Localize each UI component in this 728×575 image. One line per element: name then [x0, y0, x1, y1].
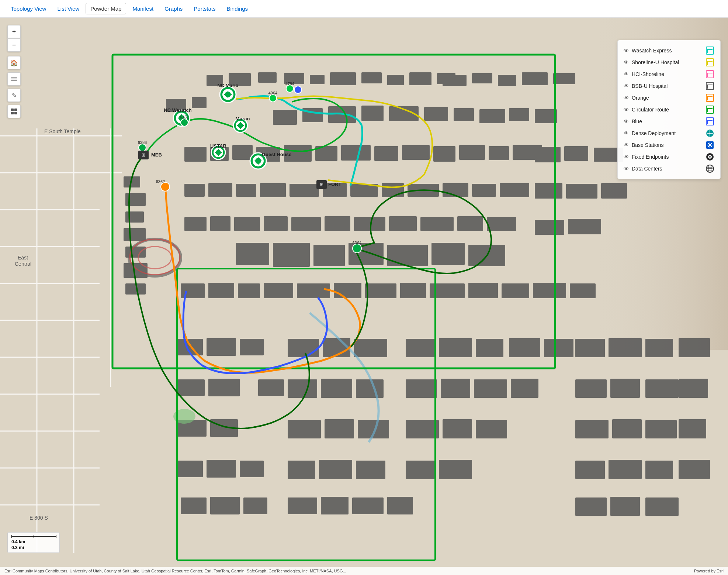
- legend-eye-dense[interactable]: 👁: [624, 130, 629, 136]
- map-controls: + − 🏠 ✎: [7, 25, 21, 118]
- legend-label-wasatch: Wasatch Express: [632, 48, 672, 54]
- legend-icon-bsb: [706, 82, 714, 90]
- legend-label-dense: Dense Deployment: [632, 130, 676, 136]
- legend-label-bsb: BSB-U Hospital: [632, 83, 668, 89]
- legend-eye-orange[interactable]: 👁: [624, 95, 629, 101]
- legend-item-orange: 👁 Orange: [624, 92, 714, 104]
- svg-rect-239: [11, 109, 14, 111]
- svg-rect-236: [11, 77, 17, 78]
- legend-eye-blue[interactable]: 👁: [624, 118, 629, 124]
- legend: 👁 Wasatch Express 👁 Shoreline-U Hospital: [617, 40, 721, 179]
- legend-eye-hci[interactable]: 👁: [624, 71, 629, 77]
- legend-icon-dense: [706, 129, 714, 138]
- zoom-in-button[interactable]: +: [7, 25, 21, 38]
- tab-graphs[interactable]: Graphs: [160, 3, 187, 14]
- legend-item-dense-deployment: 👁 Dense Deployment: [624, 127, 714, 139]
- legend-eye-bsb[interactable]: 👁: [624, 83, 629, 89]
- legend-item-base-stations: 👁 Base Stations: [624, 139, 714, 151]
- legend-icon-orange: [706, 93, 714, 102]
- legend-item-wasatch-express: 👁 Wasatch Express: [624, 45, 714, 56]
- svg-point-260: [709, 156, 711, 158]
- legend-label-base: Base Stations: [632, 142, 663, 148]
- legend-icon-blue: [706, 117, 714, 126]
- tab-bindings[interactable]: Bindings: [222, 3, 253, 14]
- home-button[interactable]: 🏠: [7, 56, 21, 69]
- legend-label-circulator: Circulator Route: [632, 107, 669, 113]
- zoom-controls: + −: [7, 25, 21, 52]
- legend-label-orange: Orange: [632, 95, 649, 101]
- powered-by-esri: Powered by Esri: [694, 569, 724, 573]
- legend-icon-shoreline: [706, 58, 714, 67]
- info-button[interactable]: [7, 105, 21, 118]
- legend-label-hci: HCI-Shoreline: [632, 71, 664, 77]
- legend-item-hci: 👁 HCI-Shoreline: [624, 68, 714, 80]
- svg-rect-238: [11, 80, 17, 81]
- legend-item-circulator: 👁 Circulator Route: [624, 104, 714, 116]
- legend-icon-hci: [706, 70, 714, 79]
- legend-eye-shoreline[interactable]: 👁: [624, 59, 629, 65]
- scale-mi: 0.3 mi: [11, 545, 56, 550]
- legend-icon-fixed: [706, 152, 714, 161]
- scale-bar: 0.4 km 0.3 mi: [7, 532, 60, 553]
- legend-eye-circulator[interactable]: 👁: [624, 107, 629, 113]
- edit-button[interactable]: ✎: [7, 89, 21, 102]
- legend-item-bsb: 👁 BSB-U Hospital: [624, 80, 714, 92]
- attribution-text: Esri Community Maps Contributors, Univer…: [4, 569, 346, 573]
- layers-button[interactable]: [7, 72, 21, 86]
- legend-label-fixed: Fixed Endpoints: [632, 154, 669, 160]
- legend-icon-circulator: [706, 105, 714, 114]
- legend-eye-fixed[interactable]: 👁: [624, 154, 629, 160]
- legend-eye-base[interactable]: 👁: [624, 142, 629, 148]
- zoom-out-button[interactable]: −: [7, 38, 21, 52]
- attribution-bar: Esri Community Maps Contributors, Univer…: [0, 567, 728, 575]
- legend-item-blue: 👁 Blue: [624, 116, 714, 127]
- tab-list-view[interactable]: List View: [52, 3, 84, 14]
- tab-portstats[interactable]: Portstats: [189, 3, 220, 14]
- legend-icon-data-centers: [706, 164, 714, 173]
- legend-label-blue: Blue: [632, 118, 642, 124]
- legend-item-shoreline: 👁 Shoreline-U Hospital: [624, 56, 714, 68]
- svg-rect-240: [14, 109, 17, 111]
- legend-icon-wasatch: [706, 46, 714, 55]
- legend-eye-data-centers[interactable]: 👁: [624, 166, 629, 172]
- tab-topology-view[interactable]: Topology View: [6, 3, 51, 14]
- legend-label-data-centers: Data Centers: [632, 166, 662, 172]
- nav-bar: Topology View List View Powder Map Manif…: [0, 0, 728, 18]
- legend-item-fixed-endpoints: 👁 Fixed Endpoints: [624, 151, 714, 163]
- scale-km: 0.4 km: [11, 539, 56, 544]
- svg-rect-242: [14, 112, 17, 114]
- svg-rect-241: [11, 112, 14, 114]
- legend-item-data-centers: 👁 Data Centers: [624, 163, 714, 175]
- legend-icon-base: [706, 141, 714, 149]
- tab-manifest[interactable]: Manifest: [128, 3, 158, 14]
- legend-eye-wasatch[interactable]: 👁: [624, 48, 629, 54]
- tab-powder-map[interactable]: Powder Map: [86, 3, 126, 14]
- map-container[interactable]: E South Temple East Central E 800 S: [0, 18, 728, 575]
- svg-rect-237: [11, 79, 17, 79]
- legend-label-shoreline: Shoreline-U Hospital: [632, 59, 679, 65]
